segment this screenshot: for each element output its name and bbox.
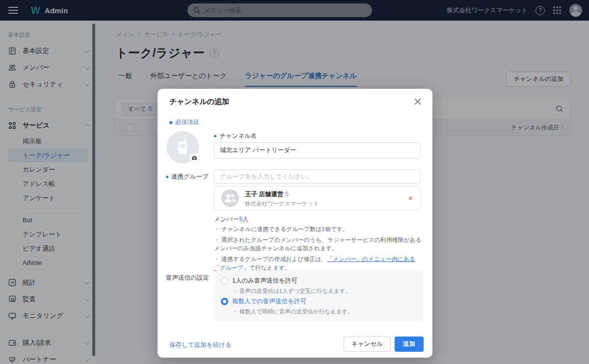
cancel-button[interactable]: キャンセル	[344, 337, 391, 352]
voice-setting-label: 音声送信の設定	[166, 274, 209, 282]
required-note: 必須項目	[169, 118, 199, 127]
required-dot	[169, 121, 172, 124]
add-button[interactable]: 追加	[395, 337, 424, 352]
channel-name-input[interactable]	[214, 142, 421, 158]
radio-unchecked-icon[interactable]	[221, 277, 228, 285]
group-org: 株式会社ワークスマーケット	[245, 200, 319, 208]
group-notes: ・ チャンネルに連携できるグループ数は1個です。 ・ 選択されたグループのメンバ…	[214, 225, 423, 274]
add-channel-modal: チャンネルの追加 必須項目 チャンネル名	[158, 89, 432, 358]
remove-group-icon[interactable]: ✕	[408, 195, 413, 202]
linked-group-label: 連携グループ	[166, 173, 209, 181]
modal-title: チャンネルの追加	[169, 97, 229, 106]
camera-icon[interactable]	[189, 153, 200, 163]
radio-single-voice-desc: ・ 音声の送受信は1人ずつ交互に行なえます。	[232, 287, 351, 295]
save-and-continue-link[interactable]: 保存して追加を続ける	[169, 341, 231, 349]
selected-group-card: 王子 店舗運営 5 株式会社ワークスマーケット ✕	[214, 186, 421, 210]
required-dot	[166, 176, 168, 178]
modal-buttons: キャンセル 追加	[344, 337, 424, 352]
member-count-line: メンバー5人	[214, 215, 248, 224]
group-member-count-badge: 5	[285, 191, 289, 198]
admin-app: W Admin 株式会社ワークスマーケット ? 基本設定 基本設定 メンバー	[0, 0, 589, 364]
channel-avatar[interactable]	[166, 131, 199, 163]
group-search-input[interactable]	[214, 169, 421, 184]
note-item: ・ チャンネルに連携できるグループ数は1個です。	[214, 225, 423, 234]
radio-checked-icon[interactable]	[221, 298, 228, 305]
walkie-talkie-icon	[174, 137, 191, 157]
radio-multi-voice-desc: ・ 複数人で同時に音声の送受信が行なえます。	[232, 308, 353, 315]
voice-setting-panel: 1人のみ音声送信を許可 ・ 音声の送受信は1人ずつ交互に行なえます。 複数人での…	[214, 270, 423, 321]
group-name: 王子 店舗運営	[245, 191, 283, 198]
radio-single-voice[interactable]: 1人のみ音声送信を許可	[221, 277, 297, 285]
required-dot	[214, 135, 216, 137]
channel-name-label: チャンネル名	[214, 132, 257, 140]
close-icon[interactable]	[414, 98, 423, 106]
note-item: ・ 選択されたグループのメンバーのうち、ラジャーサービスの利用権限があるメンバー…	[214, 236, 423, 253]
radio-multi-voice[interactable]: 複数人での音声送信を許可	[221, 297, 306, 306]
group-avatar	[221, 189, 239, 207]
